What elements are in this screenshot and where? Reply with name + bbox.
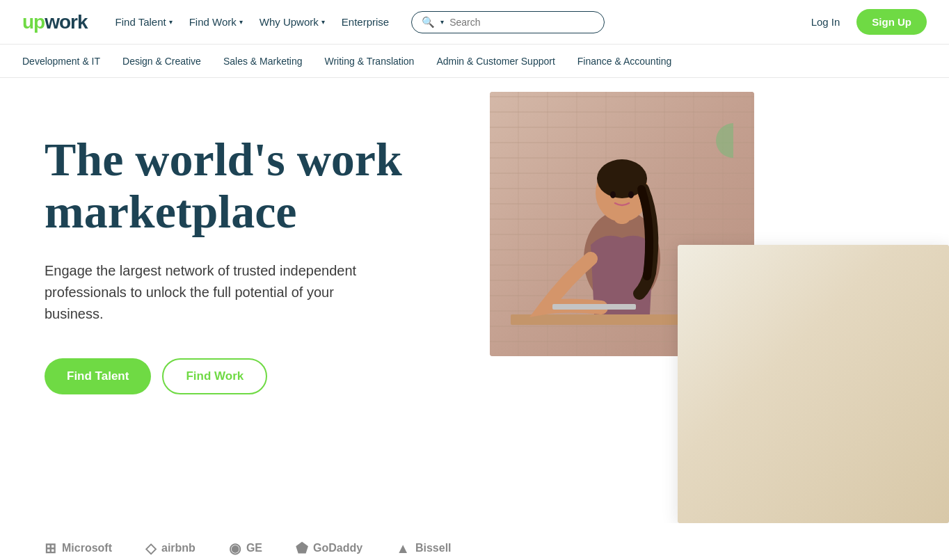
nav-why-upwork-label: Why Upwork [260,16,319,28]
subnav-item-admin[interactable]: Admin & Customer Support [436,56,555,67]
hero-section: The world's work marketplace Engage the … [0,78,949,523]
subnav-item-design[interactable]: Design & Creative [122,56,201,67]
logo[interactable]: upwork [22,11,88,33]
brand-icon: ◉ [229,540,241,557]
chevron-down-icon: ▾ [321,18,325,26]
nav-enterprise[interactable]: Enterprise [342,16,389,28]
logo-work: work [45,11,87,33]
brand-name: GoDaddy [313,542,362,554]
svg-point-8 [716,123,733,158]
nav-why-upwork[interactable]: Why Upwork ▾ [260,16,325,28]
brand-icon: ▲ [396,541,410,557]
find-work-button[interactable]: Find Work [162,358,267,394]
brand-name: airbnb [161,542,196,554]
chevron-down-icon: ▾ [169,18,173,26]
svg-point-5 [610,191,616,198]
brand-icon: ⬟ [296,540,308,557]
logo-up: up [22,11,45,33]
chevron-down-icon: ▾ [239,18,243,26]
brand-item: ⬟GoDaddy [296,540,362,557]
brand-icon: ◇ [145,540,156,557]
hero-subtitle: Engage the largest network of trusted in… [45,260,365,325]
brand-item: ⊞Microsoft [45,540,112,557]
search-bar: 🔍 ▾ [411,11,605,33]
brand-item: ◇airbnb [145,540,196,557]
svg-point-6 [628,191,634,198]
signup-button[interactable]: Sign Up [856,9,927,35]
search-input[interactable] [449,17,594,28]
nav-find-work-label: Find Work [189,16,237,28]
hero-left: The world's work marketplace Engage the … [45,120,462,394]
search-icon: 🔍 [422,16,435,29]
brands-section: ⊞Microsoft◇airbnb◉GE⬟GoDaddy▲Bissell [0,523,949,560]
login-button[interactable]: Log In [811,16,840,28]
hero-images [490,78,949,523]
search-dropdown-icon[interactable]: ▾ [440,18,444,26]
hero-title: The world's work marketplace [45,134,462,238]
brand-item: ◉GE [229,540,262,557]
find-talent-button[interactable]: Find Talent [45,358,151,394]
subnav: Development & IT Design & Creative Sales… [0,45,949,78]
brand-icon: ⊞ [45,540,56,557]
brand-name: Bissell [415,542,452,554]
svg-rect-7 [552,304,636,310]
brand-item: ▲Bissell [396,541,451,557]
brand-name: GE [246,542,262,554]
subnav-item-finance[interactable]: Finance & Accounting [577,56,671,67]
subnav-item-development[interactable]: Development & IT [22,56,100,67]
nav-find-talent[interactable]: Find Talent ▾ [115,16,173,28]
hero-buttons: Find Talent Find Work [45,358,462,394]
navbar: upwork Find Talent ▾ Find Work ▾ Why Upw… [0,0,949,45]
hero-image-male [678,245,949,523]
brand-name: Microsoft [62,542,112,554]
subnav-item-writing[interactable]: Writing & Translation [325,56,415,67]
nav-find-talent-label: Find Talent [115,16,166,28]
subnav-item-sales[interactable]: Sales & Marketing [223,56,303,67]
nav-find-work[interactable]: Find Work ▾ [189,16,243,28]
